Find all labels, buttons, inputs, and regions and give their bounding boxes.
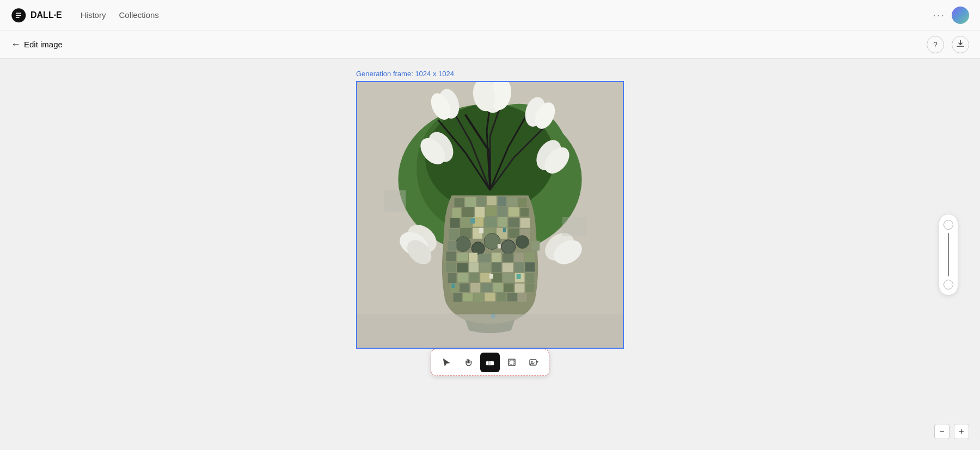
svg-rect-35 bbox=[450, 218, 460, 228]
svg-rect-84 bbox=[493, 283, 503, 292]
brush-size-slider[interactable] bbox=[939, 214, 958, 295]
svg-rect-68 bbox=[492, 262, 501, 272]
svg-rect-109 bbox=[510, 360, 514, 365]
pointer-icon bbox=[442, 357, 451, 367]
svg-rect-28 bbox=[452, 208, 461, 218]
help-button[interactable]: ? bbox=[927, 36, 944, 53]
add-image-icon bbox=[529, 357, 538, 367]
svg-rect-30 bbox=[475, 207, 485, 218]
back-arrow-icon: ← bbox=[11, 39, 21, 50]
svg-rect-99 bbox=[470, 218, 475, 224]
zoom-out-button[interactable]: − bbox=[934, 424, 950, 439]
svg-rect-73 bbox=[457, 273, 468, 282]
svg-rect-60 bbox=[492, 252, 501, 262]
svg-rect-86 bbox=[515, 283, 525, 293]
painting-canvas bbox=[357, 82, 623, 348]
svg-rect-63 bbox=[525, 252, 535, 262]
svg-rect-90 bbox=[474, 293, 483, 302]
image-frame[interactable] bbox=[356, 81, 624, 349]
back-button[interactable]: ← Edit image bbox=[11, 39, 63, 50]
svg-rect-71 bbox=[525, 262, 535, 272]
svg-rect-33 bbox=[509, 207, 519, 217]
svg-rect-66 bbox=[469, 262, 479, 272]
svg-rect-65 bbox=[457, 263, 468, 272]
help-icon: ? bbox=[933, 40, 938, 49]
svg-rect-96 bbox=[498, 244, 501, 249]
canvas-area: Generation frame: 1024 x 1024 bbox=[356, 70, 624, 385]
svg-rect-91 bbox=[485, 293, 495, 301]
svg-point-111 bbox=[531, 361, 533, 363]
eraser-tool-button[interactable] bbox=[480, 353, 500, 372]
svg-rect-97 bbox=[489, 274, 493, 279]
add-image-button[interactable] bbox=[524, 353, 543, 372]
pointer-tool-button[interactable] bbox=[437, 353, 456, 372]
svg-rect-62 bbox=[514, 252, 524, 262]
svg-rect-59 bbox=[479, 254, 491, 262]
svg-rect-27 bbox=[518, 198, 527, 207]
svg-point-53 bbox=[516, 236, 529, 249]
svg-rect-56 bbox=[446, 251, 456, 261]
svg-rect-40 bbox=[509, 218, 519, 227]
svg-rect-77 bbox=[503, 273, 514, 282]
svg-rect-82 bbox=[470, 283, 480, 293]
svg-rect-87 bbox=[525, 283, 534, 292]
svg-rect-36 bbox=[461, 217, 471, 228]
svg-point-49 bbox=[456, 237, 471, 252]
nav-more-icon[interactable]: ··· bbox=[933, 9, 945, 21]
svg-rect-34 bbox=[520, 208, 529, 217]
floating-toolbar bbox=[431, 349, 549, 376]
dalle-logo-icon bbox=[11, 8, 26, 23]
nav-links: History Collections bbox=[75, 7, 164, 23]
svg-rect-54 bbox=[448, 241, 457, 251]
logo-text: DALL·E bbox=[30, 10, 62, 20]
svg-rect-29 bbox=[462, 207, 474, 217]
svg-rect-70 bbox=[514, 262, 524, 272]
zoom-controls: − + bbox=[934, 424, 969, 439]
eraser-icon bbox=[485, 357, 495, 367]
svg-rect-23 bbox=[477, 196, 486, 206]
crop-icon bbox=[507, 357, 517, 367]
svg-rect-32 bbox=[498, 207, 507, 217]
svg-rect-69 bbox=[503, 263, 513, 272]
svg-rect-55 bbox=[531, 241, 540, 251]
slider-track bbox=[948, 233, 949, 276]
download-icon bbox=[956, 39, 965, 50]
svg-rect-47 bbox=[509, 229, 519, 238]
svg-rect-92 bbox=[497, 293, 506, 301]
logo[interactable]: DALL·E bbox=[11, 8, 62, 23]
svg-rect-104 bbox=[384, 190, 406, 212]
hand-icon bbox=[463, 357, 473, 367]
svg-rect-64 bbox=[446, 262, 456, 272]
svg-point-52 bbox=[501, 240, 516, 254]
nav-collections[interactable]: Collections bbox=[113, 7, 164, 23]
svg-rect-89 bbox=[463, 293, 473, 301]
svg-rect-58 bbox=[469, 252, 477, 262]
svg-rect-39 bbox=[498, 217, 507, 227]
page-title: Edit image bbox=[24, 40, 63, 49]
svg-rect-88 bbox=[454, 293, 462, 302]
nav-right: ··· bbox=[933, 7, 969, 24]
hand-tool-button[interactable] bbox=[458, 353, 478, 372]
user-avatar[interactable] bbox=[952, 7, 969, 24]
svg-rect-83 bbox=[481, 283, 492, 292]
svg-rect-95 bbox=[479, 228, 483, 233]
svg-rect-26 bbox=[507, 197, 517, 206]
svg-rect-61 bbox=[503, 253, 513, 262]
svg-rect-31 bbox=[486, 206, 497, 216]
zoom-in-button[interactable]: + bbox=[954, 424, 969, 439]
top-nav: DALL·E History Collections ··· bbox=[0, 0, 980, 30]
svg-rect-67 bbox=[480, 262, 491, 272]
svg-rect-42 bbox=[449, 229, 459, 240]
svg-rect-72 bbox=[448, 273, 457, 283]
svg-rect-105 bbox=[562, 217, 587, 236]
svg-rect-25 bbox=[498, 196, 506, 206]
svg-rect-93 bbox=[507, 293, 517, 301]
svg-rect-101 bbox=[517, 274, 521, 279]
download-button[interactable] bbox=[952, 36, 969, 53]
slider-bottom-handle[interactable] bbox=[944, 280, 953, 289]
crop-tool-button[interactable] bbox=[502, 353, 522, 372]
nav-history[interactable]: History bbox=[75, 7, 112, 23]
svg-rect-24 bbox=[487, 196, 497, 205]
svg-rect-85 bbox=[504, 283, 514, 292]
slider-top-handle[interactable] bbox=[944, 220, 953, 230]
